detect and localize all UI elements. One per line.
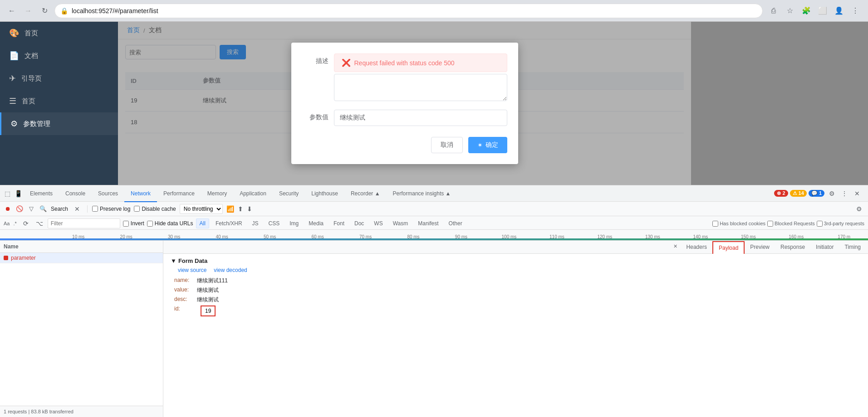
confirm-button[interactable]: ✶ 确定 [468,137,507,153]
preserve-log-check[interactable]: Preserve log [92,206,130,212]
devtools-more-btn[interactable]: ⋮ [839,188,850,199]
sidebar-item-doc[interactable]: 📄 文档 [0,44,118,67]
detail-tab-headers[interactable]: Headers [681,241,712,254]
invert-check[interactable]: Invert [123,220,144,227]
name-column-header: Name [4,243,19,250]
detail-tab-response[interactable]: Response [775,241,810,254]
menu-button[interactable]: ⋮ [848,4,863,18]
forward-button[interactable]: → [22,5,34,17]
search-label: Search [51,206,68,212]
devtools-device-btn[interactable]: 📱 [13,188,24,199]
detail-tab-payload[interactable]: Payload [712,241,745,254]
tab-security[interactable]: Security [273,186,305,202]
page-main: 首页 / 文档 搜索 ID 参数值 描述 操作 [118,22,691,185]
filter-other[interactable]: Other [445,218,466,228]
filter-css[interactable]: CSS [265,218,284,228]
throttle-select[interactable]: No throttling [180,204,223,214]
detail-tab-timing[interactable]: Timing [839,241,866,254]
request-item-parameter[interactable]: parameter [0,253,163,263]
request-detail: × Headers Payload Preview Response Initi… [163,241,868,417]
detail-tab-initiator[interactable]: Initiator [810,241,839,254]
record-button[interactable]: ⏺ [4,205,12,213]
detail-content: ▼ Form Data view source view decoded nam… [163,254,868,417]
sidebar-item-params[interactable]: ⚙ 参数管理 [0,112,118,135]
disable-cache-check[interactable]: Disable cache [134,206,176,212]
desc-textarea[interactable] [334,74,507,101]
tab-application[interactable]: Application [233,186,273,202]
refresh-button[interactable]: ↻ [38,5,51,17]
sidebar-item-home[interactable]: 🎨 首页 [0,22,118,44]
filter-all[interactable]: All [196,218,209,228]
filter-ws[interactable]: WS [370,218,386,228]
request-list-empty [0,263,163,406]
view-source-link[interactable]: view source [178,267,206,273]
filter-wasm[interactable]: Wasm [389,218,412,228]
third-party-check[interactable]: 3rd-party requests [817,221,864,227]
form-row-desc: 描述 ❌ Request failed with status code 500 [302,53,507,102]
detail-close-btn[interactable]: × [670,241,681,253]
blocked-cookies-check[interactable]: Has blocked cookies [712,221,765,227]
invert-checkbox[interactable] [123,221,129,227]
preserve-log-label: Preserve log [100,206,130,212]
error-message: Request failed with status code 500 [354,59,455,67]
network-settings-btn[interactable]: ⚙ [853,204,864,214]
search-close-btn[interactable]: ✕ [72,204,83,214]
window-button[interactable]: ⬜ [815,4,830,18]
tab-console[interactable]: Console [59,186,92,202]
form-field-desc: ❌ Request failed with status code 500 [334,53,507,102]
tab-perf-insights[interactable]: Performance insights ▲ [387,186,457,202]
error-count: 2 [782,190,785,196]
profile-button[interactable]: 👤 [832,4,846,18]
value-input[interactable] [334,110,507,126]
blocked-cookies-input[interactable] [712,221,718,227]
data-key-name: name: [174,277,197,285]
filter-font[interactable]: Font [330,218,348,228]
cancel-button[interactable]: 取消 [431,137,463,153]
extensions-button[interactable]: 🧩 [799,4,814,18]
filter-js[interactable]: JS [249,218,262,228]
disable-cache-label: Disable cache [142,206,176,212]
tab-performance[interactable]: Performance [157,186,201,202]
hide-data-urls-input[interactable] [147,221,153,227]
third-party-input[interactable] [817,221,823,227]
tab-lighthouse[interactable]: Lighthouse [305,186,344,202]
info-badge: 💬 1 [809,190,824,197]
tab-recorder[interactable]: Recorder ▲ [344,186,387,202]
hide-data-urls-check[interactable]: Hide data URLs [147,220,193,227]
tab-network[interactable]: Network [124,186,157,202]
blocked-requests-check[interactable]: Blocked Requests [767,221,815,227]
devtools-close-btn[interactable]: ✕ [852,188,863,199]
clear-button[interactable]: 🚫 [15,205,24,213]
detail-tab-preview[interactable]: Preview [745,241,775,254]
preserve-log-input[interactable] [92,206,98,212]
share-button[interactable]: ⎙ [766,4,781,18]
request-list: Name parameter 1 requests | 83.8 kB tran… [0,241,163,417]
tab-memory[interactable]: Memory [201,186,233,202]
address-bar[interactable]: 🔒 localhost:9527/#/parameter/list [54,4,763,18]
back-button[interactable]: ← [5,5,18,17]
filter-misc-btn[interactable]: ⌥ [34,218,45,229]
devtools-settings-btn[interactable]: ⚙ [826,188,837,199]
filter-fetch-xhr[interactable]: Fetch/XHR [212,218,246,228]
filter-advanced: Has blocked cookies Blocked Requests 3rd… [712,221,864,227]
devtools-inspect-btn[interactable]: ⬚ [2,188,13,199]
filter-media[interactable]: Media [305,218,327,228]
sidebar-item-home2[interactable]: ☰ 首页 [0,90,118,112]
filter-manifest[interactable]: Manifest [414,218,442,228]
sidebar-item-guide[interactable]: ✈ 引导页 [0,67,118,90]
sidebar-item-doc-label: 文档 [25,52,38,60]
filter-refresh-btn[interactable]: ⟳ [20,218,31,229]
filter-input[interactable] [48,218,120,228]
invert-label: Invert [131,220,144,227]
view-decoded-link[interactable]: view decoded [214,267,247,273]
filter-doc[interactable]: Doc [351,218,368,228]
tab-elements[interactable]: Elements [24,186,59,202]
search-network-button[interactable]: 🔍 [39,205,47,213]
disable-cache-input[interactable] [134,206,140,212]
filter-img[interactable]: Img [286,218,302,228]
blocked-requests-input[interactable] [767,221,773,227]
data-key-value: value: [174,286,197,294]
filter-toggle-button[interactable]: ▽ [27,205,35,213]
tab-sources[interactable]: Sources [92,186,124,202]
bookmark-button[interactable]: ☆ [783,4,797,18]
